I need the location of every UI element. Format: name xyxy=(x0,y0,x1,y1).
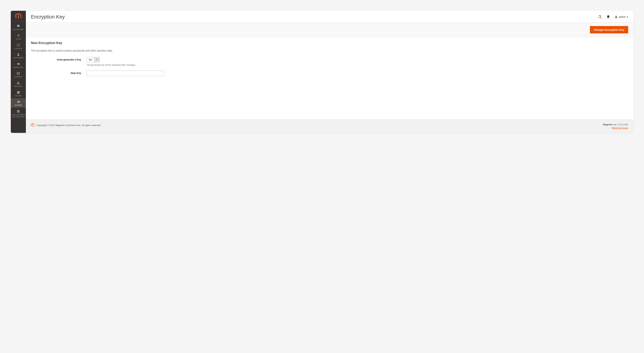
gauge-icon xyxy=(16,24,20,28)
header: Encryption Key admin xyxy=(26,11,633,22)
nav-stores[interactable]: STORES xyxy=(11,89,26,98)
nav-label: MARKETING xyxy=(13,66,23,68)
blocks-icon xyxy=(16,109,20,113)
user-label: admin xyxy=(619,15,626,18)
footer: Copyright © 2017 Magento Commerce Inc. A… xyxy=(26,119,633,133)
nav-marketing[interactable]: MARKETING xyxy=(11,60,26,70)
dollar-icon xyxy=(16,34,20,37)
nav-label: CATALOG xyxy=(14,47,22,49)
nav-label: FIND PARTNERS & EXTENSIONS xyxy=(12,114,25,118)
app-window: DASHBOARD SALES CATALOG CUSTOMERS MARKET… xyxy=(11,11,633,133)
magento-logo-icon xyxy=(16,13,21,19)
nav-label: SYSTEM xyxy=(15,104,22,106)
nav-label: DASHBOARD xyxy=(13,28,24,30)
footer-right: Magento ver. 2.2.0-rc31 Report an Issue xyxy=(603,123,628,129)
copyright-text: Copyright © 2017 Magento Commerce Inc. A… xyxy=(37,124,101,127)
gear-icon xyxy=(16,100,20,104)
header-actions: admin xyxy=(598,15,628,19)
bell-icon[interactable] xyxy=(606,15,610,19)
user-icon xyxy=(614,15,618,18)
autogen-control: No The generated key will be displayed a… xyxy=(86,57,628,66)
chevron-down-icon xyxy=(96,59,98,60)
brand-text: Magento xyxy=(603,123,612,126)
page-title: Encryption Key xyxy=(31,14,65,20)
person-icon xyxy=(16,53,20,56)
autogen-row: Auto-generate a Key No The generated key… xyxy=(31,57,628,66)
content: New Encryption Key The encryption key is… xyxy=(26,37,633,88)
main: Encryption Key admin Change Encryption K… xyxy=(26,11,633,133)
version-text: ver. 2.2.0-rc31 xyxy=(612,123,628,126)
nav-system[interactable]: SYSTEM xyxy=(11,98,26,108)
layout-icon xyxy=(16,72,20,75)
logo-wrap xyxy=(11,11,26,22)
newkey-row: New Key xyxy=(31,70,628,76)
store-icon xyxy=(16,91,20,94)
newkey-label: New Key xyxy=(31,70,86,74)
chevron-down-icon xyxy=(627,16,628,17)
autogen-label: Auto-generate a Key xyxy=(31,57,86,61)
nav-label: REPORTS xyxy=(14,85,22,87)
search-icon[interactable] xyxy=(598,15,602,19)
cube-icon xyxy=(16,43,20,47)
user-menu[interactable]: admin xyxy=(614,15,628,18)
bars-icon xyxy=(16,81,20,85)
nav-reports[interactable]: REPORTS xyxy=(11,79,26,89)
sidebar: DASHBOARD SALES CATALOG CUSTOMERS MARKET… xyxy=(11,11,26,133)
autogen-select[interactable]: No xyxy=(86,57,100,62)
change-encryption-key-button[interactable]: Change Encryption Key xyxy=(590,26,628,33)
action-bar: Change Encryption Key xyxy=(26,22,633,37)
nav-partners[interactable]: FIND PARTNERS & EXTENSIONS xyxy=(11,108,26,119)
nav-label: STORES xyxy=(15,95,22,97)
nav-customers[interactable]: CUSTOMERS xyxy=(11,51,26,60)
magento-logo-icon xyxy=(31,123,34,127)
section-description: The encryption key is used to protect pa… xyxy=(31,49,628,52)
version-line: Magento ver. 2.2.0-rc31 xyxy=(603,123,628,126)
nav-catalog[interactable]: CATALOG xyxy=(11,41,26,51)
autogen-help: The generated key will be displayed afte… xyxy=(86,64,628,66)
nav-dashboard[interactable]: DASHBOARD xyxy=(11,22,26,32)
select-arrow xyxy=(94,57,100,62)
footer-left: Copyright © 2017 Magento Commerce Inc. A… xyxy=(31,123,101,127)
newkey-input[interactable] xyxy=(86,70,164,76)
report-issue-link[interactable]: Report an Issue xyxy=(612,127,628,129)
nav-content[interactable]: CONTENT xyxy=(11,70,26,79)
nav-label: CONTENT xyxy=(14,76,22,78)
autogen-value: No xyxy=(87,57,94,62)
nav-sales[interactable]: SALES xyxy=(11,32,26,41)
newkey-control xyxy=(86,70,628,76)
section-title: New Encryption Key xyxy=(31,41,628,45)
nav-label: SALES xyxy=(16,38,21,40)
nav-label: CUSTOMERS xyxy=(13,57,24,59)
megaphone-icon xyxy=(16,62,20,66)
